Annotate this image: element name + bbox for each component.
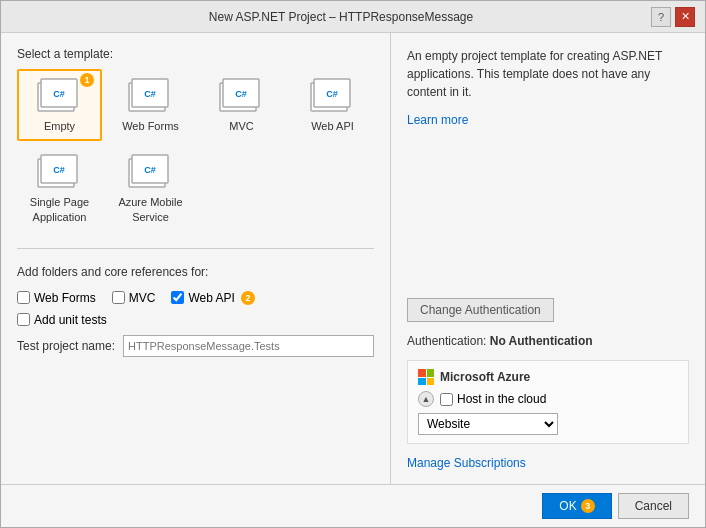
help-button[interactable]: ? xyxy=(651,7,671,27)
svg-text:C#: C# xyxy=(326,89,338,99)
checkbox-webforms[interactable]: Web Forms xyxy=(17,291,96,305)
azure-section: Microsoft Azure ▲ Host in the cloud Webs… xyxy=(407,360,689,444)
checkbox-webapi[interactable]: Web API 2 xyxy=(171,291,254,305)
folders-label: Add folders and core references for: xyxy=(17,265,374,279)
azuremobile-label: Azure Mobile Service xyxy=(114,195,187,224)
svg-text:C#: C# xyxy=(53,89,65,99)
singlepage-label: Single Page Application xyxy=(23,195,96,224)
test-project-label: Test project name: xyxy=(17,339,115,353)
host-checkbox[interactable]: Host in the cloud xyxy=(440,392,546,406)
azuremobile-icon: C# xyxy=(127,153,175,191)
webapi-badge: 2 xyxy=(241,291,255,305)
spacer xyxy=(407,139,689,286)
mvc-icon: C# xyxy=(218,77,266,115)
unit-tests-row: Add unit tests xyxy=(17,313,374,327)
auth-row: Authentication: No Authentication xyxy=(407,334,689,348)
svg-text:C#: C# xyxy=(144,89,156,99)
cancel-button[interactable]: Cancel xyxy=(618,493,689,519)
template-item-singlepage[interactable]: C# Single Page Application xyxy=(17,145,102,232)
dialog-title: New ASP.NET Project – HTTPResponseMessag… xyxy=(31,10,651,24)
template-section: Select a template: C# 1 Empty xyxy=(17,47,374,232)
test-project-row: Test project name: xyxy=(17,335,374,357)
auth-label: Authentication: xyxy=(407,334,486,348)
checkbox-webapi-input[interactable] xyxy=(171,291,184,304)
azure-logo-icon xyxy=(418,369,434,385)
checkbox-mvc-label: MVC xyxy=(129,291,156,305)
ok-button[interactable]: OK 3 xyxy=(542,493,611,519)
bottom-bar: OK 3 Cancel xyxy=(1,484,705,527)
mvc-label: MVC xyxy=(229,119,253,133)
ok-label: OK xyxy=(559,499,576,513)
checkbox-webapi-label: Web API xyxy=(188,291,234,305)
template-grid-row2: C# Single Page Application C# xyxy=(17,145,374,232)
singlepage-icon: C# xyxy=(36,153,84,191)
folders-section: Add folders and core references for: Web… xyxy=(17,265,374,357)
svg-text:C#: C# xyxy=(144,165,156,175)
dialog-body: Select a template: C# 1 Empty xyxy=(1,33,705,484)
description-text: An empty project template for creating A… xyxy=(407,47,689,101)
webapi-icon: C# xyxy=(309,77,357,115)
change-auth-button[interactable]: Change Authentication xyxy=(407,298,554,322)
title-bar: New ASP.NET Project – HTTPResponseMessag… xyxy=(1,1,705,33)
checkbox-unittests-label: Add unit tests xyxy=(34,313,107,327)
template-item-azuremobile[interactable]: C# Azure Mobile Service xyxy=(108,145,193,232)
template-item-empty[interactable]: C# 1 Empty xyxy=(17,69,102,141)
auth-value: No Authentication xyxy=(490,334,593,348)
ok-badge: 3 xyxy=(581,499,595,513)
checkbox-webforms-input[interactable] xyxy=(17,291,30,304)
template-item-webapi[interactable]: C# Web API xyxy=(290,69,375,141)
webapi-label: Web API xyxy=(311,119,354,133)
checkboxes-row: Web Forms MVC Web API 2 xyxy=(17,291,374,305)
expand-button[interactable]: ▲ xyxy=(418,391,434,407)
template-section-label: Select a template: xyxy=(17,47,374,61)
azure-dropdown[interactable]: Website Virtual Machine Web Job xyxy=(418,413,558,435)
webforms-label: Web Forms xyxy=(122,119,179,133)
right-panel: An empty project template for creating A… xyxy=(391,33,705,484)
empty-label: Empty xyxy=(44,119,75,133)
svg-text:C#: C# xyxy=(53,165,65,175)
host-label: Host in the cloud xyxy=(457,392,546,406)
template-item-webforms[interactable]: C# Web Forms xyxy=(108,69,193,141)
title-controls: ? ✕ xyxy=(651,7,695,27)
dialog: New ASP.NET Project – HTTPResponseMessag… xyxy=(0,0,706,528)
azure-title: Microsoft Azure xyxy=(440,370,530,384)
empty-badge: 1 xyxy=(80,73,94,87)
host-row: ▲ Host in the cloud xyxy=(418,391,678,407)
close-button[interactable]: ✕ xyxy=(675,7,695,27)
template-item-mvc[interactable]: C# MVC xyxy=(199,69,284,141)
webforms-icon: C# xyxy=(127,77,175,115)
manage-subscriptions-link[interactable]: Manage Subscriptions xyxy=(407,456,689,470)
template-grid-row1: C# 1 Empty C# xyxy=(17,69,374,141)
checkbox-unittests-input[interactable] xyxy=(17,313,30,326)
empty-icon: C# xyxy=(36,77,84,115)
checkbox-unittests[interactable]: Add unit tests xyxy=(17,313,107,327)
learn-more-link[interactable]: Learn more xyxy=(407,113,689,127)
checkbox-mvc-input[interactable] xyxy=(112,291,125,304)
host-checkbox-input[interactable] xyxy=(440,393,453,406)
checkbox-mvc[interactable]: MVC xyxy=(112,291,156,305)
azure-header: Microsoft Azure xyxy=(418,369,678,385)
left-panel: Select a template: C# 1 Empty xyxy=(1,33,391,484)
divider1 xyxy=(17,248,374,249)
test-project-input[interactable] xyxy=(123,335,374,357)
svg-text:C#: C# xyxy=(235,89,247,99)
checkbox-webforms-label: Web Forms xyxy=(34,291,96,305)
